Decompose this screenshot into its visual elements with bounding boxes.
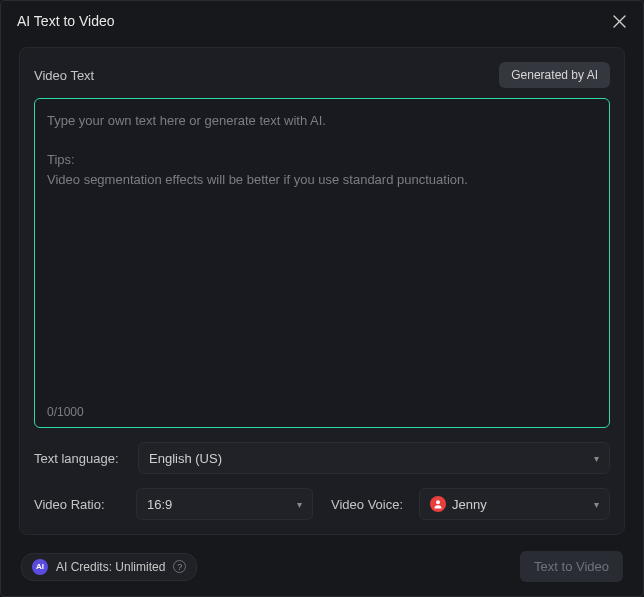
footer: AI AI Credits: Unlimited ? Text to Video: [1, 545, 643, 596]
language-value: English (US): [149, 451, 222, 466]
ratio-select[interactable]: 16:9 ▾: [136, 488, 313, 520]
titlebar: AI Text to Video: [1, 1, 643, 39]
voice-avatar-icon: [430, 496, 446, 512]
language-label: Text language:: [34, 451, 126, 466]
chevron-down-icon: ▾: [297, 499, 302, 510]
dialog-window: AI Text to Video Video Text Generated by…: [0, 0, 644, 597]
char-counter: 0/1000: [47, 405, 597, 419]
textbox-container: 0/1000: [34, 98, 610, 428]
close-button[interactable]: [609, 11, 629, 31]
chevron-down-icon: ▾: [594, 499, 599, 510]
text-to-video-button[interactable]: Text to Video: [520, 551, 623, 582]
chevron-down-icon: ▾: [594, 453, 599, 464]
voice-value: Jenny: [452, 497, 487, 512]
video-text-label: Video Text: [34, 68, 94, 83]
credits-text: AI Credits: Unlimited: [56, 560, 165, 574]
panel-header: Video Text Generated by AI: [34, 62, 610, 88]
ratio-voice-row: Video Ratio: 16:9 ▾ Video Voice: Jenny ▾: [34, 488, 610, 520]
ratio-label: Video Ratio:: [34, 497, 126, 512]
voice-value-wrap: Jenny: [430, 496, 487, 512]
language-select[interactable]: English (US) ▾: [138, 442, 610, 474]
voice-select[interactable]: Jenny ▾: [419, 488, 610, 520]
generate-ai-button[interactable]: Generated by AI: [499, 62, 610, 88]
close-icon: [613, 15, 626, 28]
voice-label: Video Voice:: [331, 497, 409, 512]
svg-point-0: [436, 500, 440, 504]
video-text-input[interactable]: [47, 111, 597, 399]
ai-badge-icon: AI: [32, 559, 48, 575]
main-panel: Video Text Generated by AI 0/1000 Text l…: [19, 47, 625, 535]
credits-pill[interactable]: AI AI Credits: Unlimited ?: [21, 553, 197, 581]
language-row: Text language: English (US) ▾: [34, 442, 610, 474]
ratio-group: Video Ratio: 16:9 ▾: [34, 488, 313, 520]
voice-group: Video Voice: Jenny ▾: [331, 488, 610, 520]
dialog-title: AI Text to Video: [17, 13, 115, 29]
ratio-value: 16:9: [147, 497, 172, 512]
help-icon[interactable]: ?: [173, 560, 186, 573]
